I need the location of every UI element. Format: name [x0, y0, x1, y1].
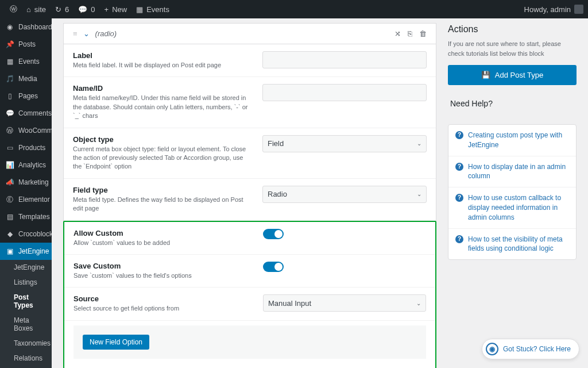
analytics-icon: 📊 — [6, 161, 14, 169]
copy-icon[interactable]: ⎘ — [408, 29, 412, 38]
admin-bar: ⓦ ⌂site ↻6 💬0 +New ▦Events Howdy, admin — [0, 0, 588, 18]
question-icon: ? — [455, 163, 463, 171]
allow-custom-desc: Allow `custom` values to be added — [74, 239, 252, 247]
question-icon: ? — [455, 235, 463, 243]
refresh-icon: ↻ — [55, 5, 61, 14]
name-title: Name/ID — [73, 84, 251, 93]
comment-icon: 💬 — [78, 5, 87, 14]
object-type-select[interactable]: Field⌄ — [262, 135, 427, 152]
site-link[interactable]: ⌂site — [22, 0, 51, 18]
wp-logo[interactable]: ⓦ — [5, 0, 22, 18]
submenu-options-pages[interactable]: Options Pages — [0, 366, 52, 368]
help-link-2[interactable]: ?How to use custom callback to display n… — [448, 187, 576, 228]
home-icon: ⌂ — [26, 5, 31, 14]
add-post-type-button[interactable]: 💾Add Post Type — [448, 65, 577, 85]
name-input[interactable] — [262, 84, 427, 101]
actions-heading: Actions — [448, 24, 577, 34]
field-type-title: Field type — [73, 186, 251, 194]
headset-icon: ◉ — [486, 343, 498, 355]
meta-field-card: ≡ ⌄ (radio) ⤨ ⎘ 🗑 Label Meta field label… — [63, 23, 436, 368]
question-icon: ? — [455, 194, 463, 202]
allow-custom-toggle[interactable] — [263, 229, 284, 239]
highlighted-section: Allow Custom Allow `custom` values to be… — [63, 221, 436, 368]
templates-icon: ▤ — [6, 213, 14, 221]
events-link[interactable]: ▦Events — [131, 0, 174, 18]
wordpress-icon: ⓦ — [9, 5, 17, 13]
question-icon: ? — [455, 131, 463, 139]
woo-icon: Ⓦ — [6, 126, 14, 135]
products-icon: ▭ — [6, 144, 14, 152]
jetengine-submenu: JetEngine Listings Post Types Meta Boxes… — [0, 260, 52, 368]
submenu-listings[interactable]: Listings — [0, 275, 52, 290]
label-input[interactable] — [262, 51, 427, 68]
help-link-1[interactable]: ?How to display date in an admin column — [448, 156, 576, 188]
label-title: Label — [73, 51, 251, 60]
chevron-down-icon: ⌄ — [417, 140, 421, 147]
media-icon: 🎵 — [6, 75, 14, 83]
menu-dashboard[interactable]: ◉Dashboard — [0, 18, 52, 36]
crocoblock-icon: ◆ — [6, 230, 14, 238]
submenu-meta-boxes[interactable]: Meta Boxes — [0, 313, 52, 336]
actions-desc: If you are not sure where to start, plea… — [448, 39, 577, 58]
calendar-icon: ▦ — [6, 57, 14, 66]
submenu-relations[interactable]: Relations — [0, 351, 52, 366]
menu-templates[interactable]: ▤Templates — [0, 208, 52, 225]
menu-events[interactable]: ▦Events — [0, 53, 52, 70]
save-custom-title: Save Custom — [74, 262, 252, 270]
help-heading: Need Help? — [448, 99, 577, 114]
admin-sidebar: ◉Dashboard 📌Posts ▦Events 🎵Media ▯Pages … — [0, 18, 52, 368]
chevron-down-icon[interactable]: ⌄ — [83, 29, 90, 38]
comments-count[interactable]: 💬0 — [74, 0, 99, 18]
save-custom-toggle[interactable] — [263, 262, 284, 272]
name-desc: Meta field name/key/ID. Under this name … — [73, 94, 251, 120]
jetengine-icon: ▣ — [6, 247, 14, 255]
save-icon: 💾 — [481, 71, 490, 79]
object-type-desc: Current meta box object type: field or l… — [73, 145, 251, 171]
menu-posts[interactable]: 📌Posts — [0, 36, 52, 53]
submenu-jetengine[interactable]: JetEngine — [0, 260, 52, 275]
new-button[interactable]: +New — [100, 0, 132, 18]
field-type-select[interactable]: Radio⌄ — [262, 186, 427, 203]
plus-icon: + — [105, 5, 109, 14]
menu-crocoblock[interactable]: ◆Crocoblock — [0, 225, 52, 243]
shuffle-icon[interactable]: ⤨ — [394, 29, 401, 38]
label-desc: Meta field label. It will be displayed o… — [73, 61, 251, 70]
save-custom-desc: Save `custom` values to the field's opti… — [74, 271, 252, 280]
menu-products[interactable]: ▭Products — [0, 139, 52, 156]
help-link-0[interactable]: ?Creating custom post type with JetEngin… — [448, 125, 576, 156]
trash-icon[interactable]: 🗑 — [419, 29, 427, 38]
avatar — [574, 5, 583, 14]
drag-icon[interactable]: ≡ — [73, 29, 78, 38]
menu-elementor[interactable]: ⒺElementor — [0, 191, 52, 208]
menu-analytics[interactable]: 📊Analytics — [0, 156, 52, 174]
help-link-3[interactable]: ?How to set the visibility of meta field… — [448, 229, 576, 260]
got-stuck-badge[interactable]: ◉ Got Stuck? Click Here — [482, 339, 579, 359]
submenu-post-types[interactable]: Post Types — [0, 290, 52, 313]
user-menu[interactable]: Howdy, admin — [524, 5, 583, 14]
menu-woocommerce[interactable]: ⓌWooCommerce — [0, 122, 52, 139]
pin-icon: 📌 — [6, 40, 14, 48]
source-select[interactable]: Manual Input⌄ — [263, 294, 426, 312]
chevron-down-icon: ⌄ — [417, 191, 421, 197]
page-icon: ▯ — [6, 92, 14, 100]
help-box: ?Creating custom post type with JetEngin… — [448, 124, 577, 260]
new-field-option-button[interactable]: New Field Option — [83, 335, 149, 350]
comment-icon: 💬 — [6, 109, 14, 117]
chevron-down-icon: ⌄ — [416, 300, 421, 306]
menu-pages[interactable]: ▯Pages — [0, 87, 52, 105]
calendar-icon: ▦ — [136, 5, 143, 14]
source-title: Source — [74, 294, 252, 303]
marketing-icon: 📣 — [6, 178, 14, 186]
dashboard-icon: ◉ — [6, 23, 14, 31]
field-title: (radio) — [95, 29, 117, 38]
submenu-taxonomies[interactable]: Taxonomies — [0, 336, 52, 351]
menu-jetengine[interactable]: ▣JetEngine — [0, 243, 52, 260]
menu-media[interactable]: 🎵Media — [0, 70, 52, 87]
menu-marketing[interactable]: 📣Marketing — [0, 174, 52, 191]
field-type-desc: Meta field type. Defines the way field t… — [73, 195, 251, 213]
menu-comments[interactable]: 💬Comments — [0, 105, 52, 122]
object-type-title: Object type — [73, 135, 251, 144]
refresh-count[interactable]: ↻6 — [51, 0, 74, 18]
allow-custom-title: Allow Custom — [74, 229, 252, 237]
elementor-icon: Ⓔ — [6, 195, 14, 204]
